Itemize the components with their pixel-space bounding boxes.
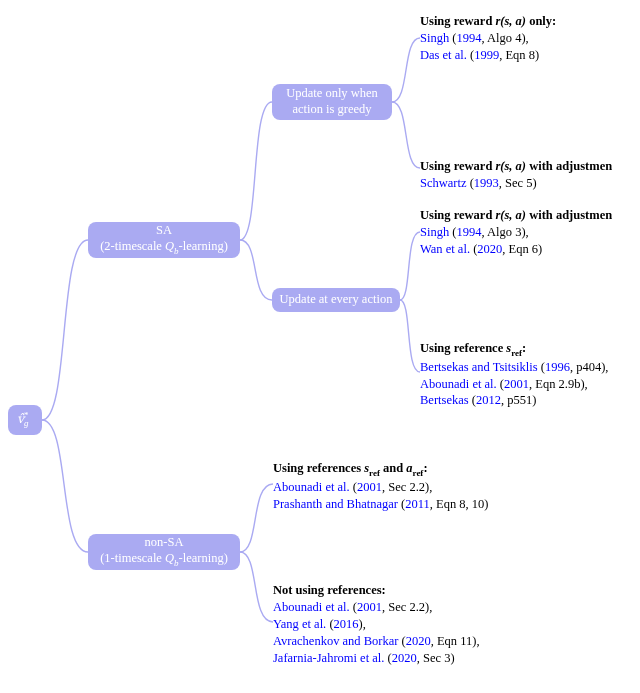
leaf-reference-sref: Using reference sref: Bertsekas and Tsit… bbox=[420, 340, 608, 409]
leaf-reward-only: Using reward r(s, a) only: Singh (1994, … bbox=[420, 13, 556, 64]
update-greedy-line2: action is greedy bbox=[292, 102, 371, 118]
nonsa-line2: (1-timescale Qb-learning) bbox=[100, 551, 228, 569]
update-greedy-line1: Update only when bbox=[286, 86, 378, 102]
sa-node: SA (2-timescale Qb-learning) bbox=[88, 222, 240, 258]
update-every-line1: Update at every action bbox=[280, 292, 393, 308]
leaf-no-references: Not using references: Abounadi et al. (2… bbox=[273, 582, 480, 666]
update-every-node: Update at every action bbox=[272, 288, 400, 312]
leaf-references-sref-aref: Using references sref and aref: Abounadi… bbox=[273, 460, 489, 512]
nonsa-line1: non-SA bbox=[145, 535, 184, 551]
leaf-reward-adjustment-every: Using reward r(s, a) with adjustmen Sing… bbox=[420, 207, 612, 258]
leaf-reward-adjustment-greedy: Using reward r(s, a) with adjustmen Schw… bbox=[420, 158, 612, 192]
update-greedy-node: Update only when action is greedy bbox=[272, 84, 392, 120]
root-node: v̂g* bbox=[8, 405, 42, 435]
root-label: v̂g* bbox=[17, 412, 33, 428]
sa-line1: SA bbox=[156, 223, 172, 239]
nonsa-node: non-SA (1-timescale Qb-learning) bbox=[88, 534, 240, 570]
sa-line2: (2-timescale Qb-learning) bbox=[100, 239, 228, 257]
